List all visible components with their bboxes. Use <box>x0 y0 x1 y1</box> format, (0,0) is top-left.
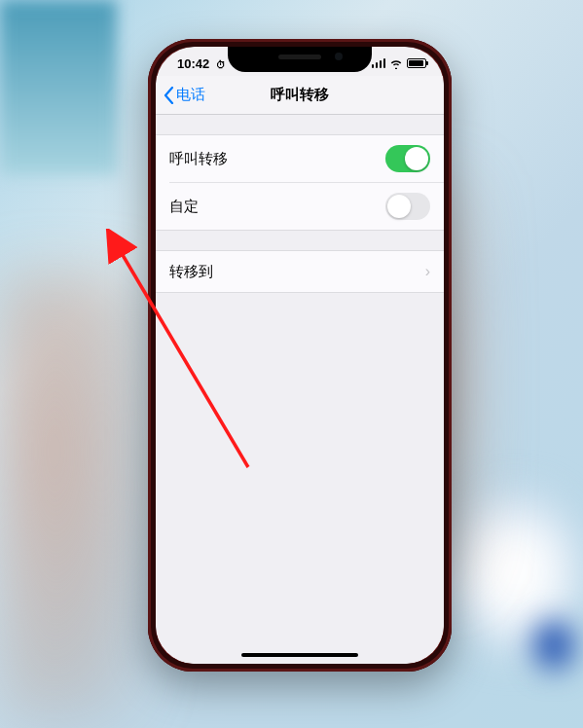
row-custom[interactable]: 自定 <box>169 182 444 230</box>
settings-group-1: 呼叫转移 自定 <box>156 134 444 231</box>
wifi-icon <box>389 58 403 69</box>
screen: 10:42 ⏱ 电话 <box>156 47 444 664</box>
notch <box>228 47 372 72</box>
navigation-bar: 电话 呼叫转移 <box>156 76 444 115</box>
background-object-blue <box>534 621 573 670</box>
row-forward-to[interactable]: 转移到 › <box>156 251 444 292</box>
row-call-forwarding[interactable]: 呼叫转移 <box>156 135 444 182</box>
chevron-right-icon: › <box>425 263 430 280</box>
battery-icon <box>407 58 426 68</box>
background-fabric <box>0 0 117 175</box>
page-title: 呼叫转移 <box>271 86 329 104</box>
signal-icon <box>372 58 386 68</box>
row-label: 自定 <box>169 198 199 216</box>
row-label: 呼叫转移 <box>169 150 228 168</box>
toggle-custom[interactable] <box>385 193 430 220</box>
alarm-icon: ⏱ <box>216 59 226 70</box>
chevron-left-icon <box>164 87 174 104</box>
settings-content: 呼叫转移 自定 转移到 › <box>156 115 444 664</box>
back-label: 电话 <box>176 86 205 104</box>
home-indicator[interactable] <box>241 653 358 657</box>
hand-left <box>0 273 146 720</box>
settings-group-2: 转移到 › <box>156 250 444 293</box>
back-button[interactable]: 电话 <box>164 86 205 104</box>
row-label: 转移到 <box>169 263 213 281</box>
toggle-call-forwarding[interactable] <box>385 145 430 172</box>
iphone-device-frame: 10:42 ⏱ 电话 <box>148 39 452 672</box>
status-time: 10:42 <box>177 56 209 71</box>
